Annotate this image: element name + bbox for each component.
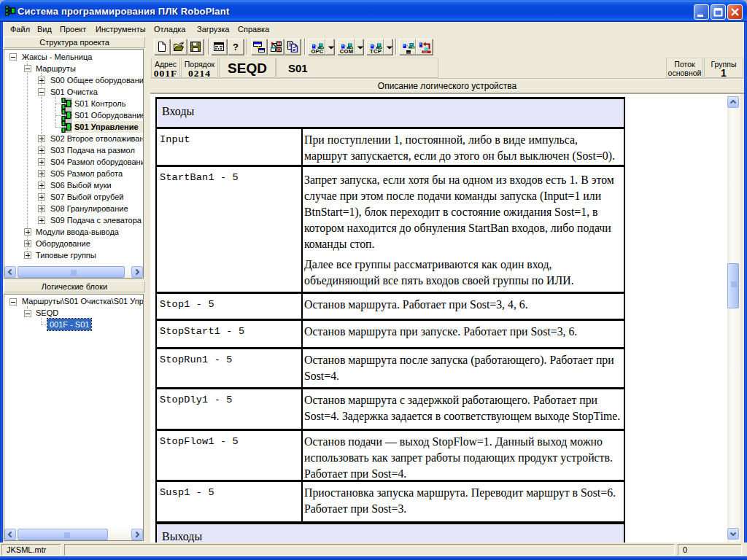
- svg-text:OPC: OPC: [311, 48, 323, 54]
- svg-text:COM: COM: [340, 48, 353, 54]
- svg-text:?: ?: [233, 42, 239, 52]
- svg-text:TCP: TCP: [370, 48, 382, 54]
